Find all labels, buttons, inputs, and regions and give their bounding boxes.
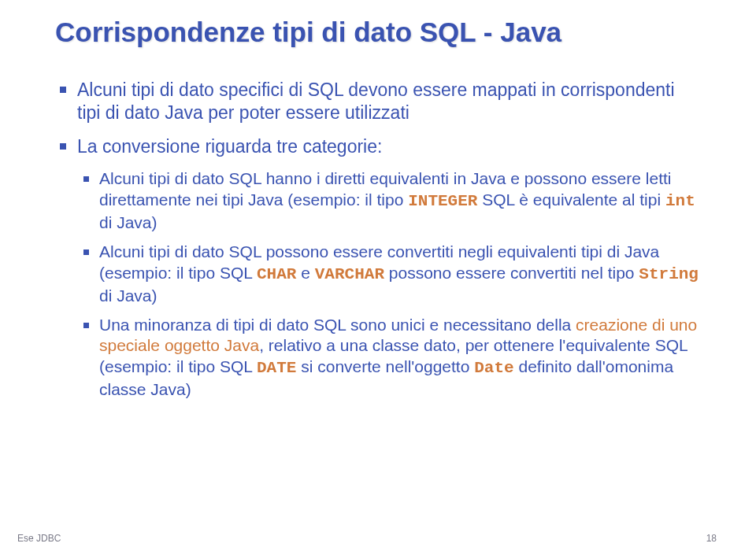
text: si converte nell'oggetto [296,357,474,375]
code-varchar: VARCHAR [315,265,384,283]
text: possono essere convertiti nel tipo [384,264,639,282]
text: SQL è equivalente al tipi [477,190,665,209]
code-date: Date [474,359,513,377]
text: Una minoranza di tipi di dato SQL sono u… [99,316,576,334]
code-integer: INTEGER [408,192,477,210]
page-number: 18 [706,533,717,544]
slide: Corrispondenze tipi di dato SQL - Java A… [0,0,756,401]
text: di Java) [99,213,158,231]
slide-title: Corrispondenze tipi di dato SQL - Java [55,16,701,49]
code-date-upper: DATE [257,359,296,377]
bullet-level2: Alcuni tipi di dato SQL hanno i diretti … [55,168,701,234]
footer-label: Ese JDBC [17,533,61,544]
footer: Ese JDBC 18 [17,533,717,544]
text: e [296,264,314,282]
text: di Java) [99,286,158,305]
bullet-level2: Una minoranza di tipi di dato SQL sono u… [55,315,701,401]
bullet-level2: Alcuni tipi di dato SQL possono essere c… [55,242,701,307]
bullet-level1: La conversione riguarda tre categorie: [55,135,701,158]
bullet-level1: Alcuni tipi di dato specifici di SQL dev… [55,79,701,124]
code-char: CHAR [257,265,296,283]
code-int: int [665,192,695,210]
code-string: String [639,265,699,283]
